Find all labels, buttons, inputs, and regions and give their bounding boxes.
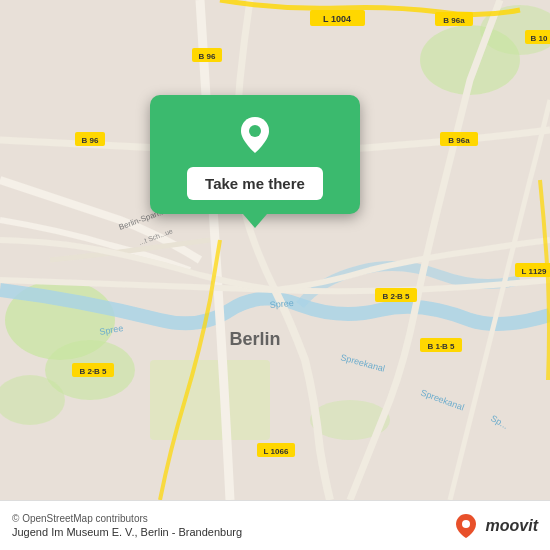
svg-text:B 96: B 96 xyxy=(199,52,216,61)
svg-point-39 xyxy=(249,125,261,137)
svg-text:B 10: B 10 xyxy=(531,34,548,43)
map-container: L 1004 B 96 B 96a B 10 B 96a B 96 Berlin… xyxy=(0,0,550,500)
map-pin-icon xyxy=(233,113,277,157)
location-popup: Take me there xyxy=(150,95,360,214)
svg-text:B 1·B 5: B 1·B 5 xyxy=(427,342,455,351)
attribution-text: © OpenStreetMap contributors xyxy=(12,513,242,524)
take-me-there-button[interactable]: Take me there xyxy=(187,167,323,200)
svg-rect-6 xyxy=(150,360,270,440)
svg-text:Spree: Spree xyxy=(269,298,294,310)
svg-text:B 96: B 96 xyxy=(82,136,99,145)
location-label: Jugend Im Museum E. V., Berlin - Branden… xyxy=(12,526,242,538)
svg-text:B 2·B 5: B 2·B 5 xyxy=(79,367,107,376)
moovit-label: moovit xyxy=(486,517,538,535)
bottom-bar: © OpenStreetMap contributors Jugend Im M… xyxy=(0,500,550,550)
svg-text:Berlin: Berlin xyxy=(229,329,280,349)
moovit-logo: moovit xyxy=(452,512,538,540)
svg-text:L 1066: L 1066 xyxy=(264,447,289,456)
svg-text:B 2·B 5: B 2·B 5 xyxy=(382,292,410,301)
svg-text:B 96a: B 96a xyxy=(443,16,465,25)
svg-text:L 1129: L 1129 xyxy=(522,267,547,276)
svg-text:B 96a: B 96a xyxy=(448,136,470,145)
svg-text:L 1004: L 1004 xyxy=(323,14,351,24)
svg-point-40 xyxy=(462,520,470,528)
moovit-icon xyxy=(452,512,480,540)
